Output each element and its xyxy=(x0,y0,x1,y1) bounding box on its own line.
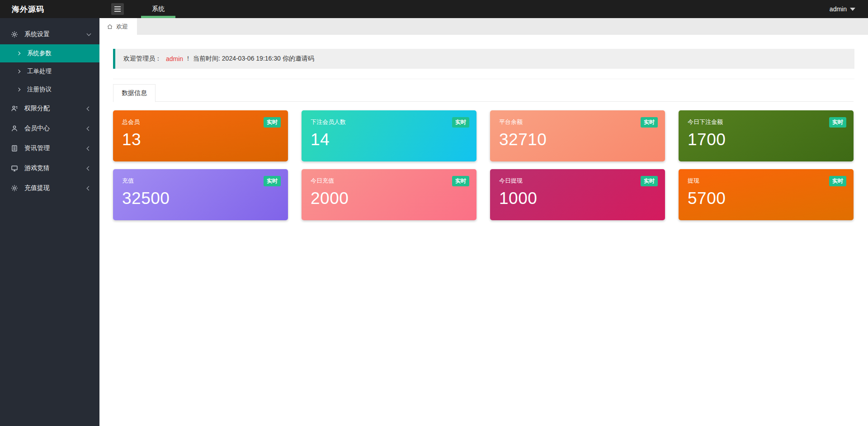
stat-card-recharge[interactable]: 充值 32500 实时 xyxy=(113,169,288,220)
tab-data-info[interactable]: 数据信息 xyxy=(113,84,156,102)
stat-card-value: 5700 xyxy=(688,189,846,208)
chevron-left-icon xyxy=(87,146,91,151)
sidebar-item-recharge-withdraw[interactable]: 充值提现 xyxy=(0,178,99,198)
stat-card-value: 32500 xyxy=(122,189,281,208)
app-logo: 海外源码 xyxy=(0,0,99,18)
realtime-badge: 实时 xyxy=(264,176,281,186)
top-bar: 海外源码 系统 admin xyxy=(0,0,868,18)
sidebar-subitem-system-params[interactable]: 系统参数 xyxy=(0,44,99,62)
tab-welcome[interactable]: 欢迎 xyxy=(99,18,137,35)
sidebar-subitem-work-orders[interactable]: 工单处理 xyxy=(0,62,99,80)
chevron-left-icon xyxy=(87,106,91,111)
stat-card-value: 14 xyxy=(311,130,469,149)
sidebar-subitem-register-agreement[interactable]: 注册协议 xyxy=(0,80,99,99)
stat-card-today-withdraw[interactable]: 今日提现 1000 实时 xyxy=(490,169,665,220)
stat-card-label: 平台余额 xyxy=(499,118,658,126)
stat-card-label: 总会员 xyxy=(122,118,281,126)
chevron-down-icon xyxy=(850,8,855,11)
welcome-username: admin xyxy=(166,55,183,62)
stat-card-today-bet-amount[interactable]: 今日下注金额 1700 实时 xyxy=(679,110,854,161)
gear-icon xyxy=(11,185,18,192)
chevron-down-icon xyxy=(87,32,91,36)
username-label: admin xyxy=(830,5,847,13)
stat-card-withdraw[interactable]: 提现 5700 实时 xyxy=(679,169,854,220)
nav-tab-system[interactable]: 系统 xyxy=(141,0,175,18)
stat-card-label: 今日提现 xyxy=(499,177,658,185)
sidebar-item-label: 会员中心 xyxy=(24,124,50,133)
realtime-badge: 实时 xyxy=(264,117,281,128)
sidebar: 系统设置 系统参数 工单处理 注册协议 权限分配 会员中心 xyxy=(0,18,99,426)
sidebar-subitem-label: 系统参数 xyxy=(27,49,52,57)
sidebar-item-permissions[interactable]: 权限分配 xyxy=(0,99,99,118)
data-panel-tabs: 数据信息 xyxy=(113,84,854,102)
welcome-alert: 欢迎管理员： admin ！ 当前时间: 2024-03-06 19:16:30… xyxy=(113,49,854,69)
nav-tab-active-underline xyxy=(141,16,175,18)
user-icon xyxy=(11,125,18,132)
stat-card-label: 下注会员人数 xyxy=(311,118,469,126)
stat-card-label: 提现 xyxy=(688,177,846,185)
stat-card-today-recharge[interactable]: 今日充值 2000 实时 xyxy=(302,169,476,220)
stat-card-label: 今日下注金额 xyxy=(688,118,846,126)
stat-card-value: 1700 xyxy=(688,130,846,149)
chevron-right-icon xyxy=(17,52,20,55)
sidebar-item-label: 资讯管理 xyxy=(24,144,50,152)
monitor-icon xyxy=(11,165,18,172)
chevron-left-icon xyxy=(87,166,91,170)
gear-icon xyxy=(11,31,18,38)
sidebar-subitem-label: 工单处理 xyxy=(27,67,52,76)
sidebar-item-system-settings[interactable]: 系统设置 xyxy=(0,24,99,44)
sidebar-item-label: 游戏竞猜 xyxy=(24,164,50,172)
welcome-panel: 欢迎管理员： admin ！ 当前时间: 2024-03-06 19:16:30… xyxy=(113,35,854,79)
user-menu[interactable]: admin xyxy=(830,0,868,18)
sidebar-subitem-label: 注册协议 xyxy=(27,85,52,94)
main-content: 欢迎管理员： admin ！ 当前时间: 2024-03-06 19:16:30… xyxy=(99,35,868,426)
sidebar-item-label: 权限分配 xyxy=(24,104,50,113)
page-tabstrip: 欢迎 xyxy=(99,18,868,35)
stat-card-label: 充值 xyxy=(122,177,281,185)
document-icon xyxy=(11,145,18,152)
sidebar-item-news-management[interactable]: 资讯管理 xyxy=(0,138,99,158)
stat-card-platform-balance[interactable]: 平台余额 32710 实时 xyxy=(490,110,665,161)
stat-card-value: 1000 xyxy=(499,189,658,208)
chevron-left-icon xyxy=(87,126,91,131)
tab-welcome-label: 欢迎 xyxy=(116,23,128,31)
stat-cards-grid: 总会员 13 实时 下注会员人数 14 实时 平台余额 32710 实时 今日下… xyxy=(113,110,854,220)
sidebar-item-game-betting[interactable]: 游戏竞猜 xyxy=(0,158,99,178)
sidebar-item-label: 充值提现 xyxy=(24,184,50,192)
nav-tab-label: 系统 xyxy=(152,5,165,13)
realtime-badge: 实时 xyxy=(452,117,469,128)
home-icon xyxy=(107,24,113,30)
welcome-prefix: 欢迎管理员： xyxy=(123,55,161,63)
sidebar-item-member-center[interactable]: 会员中心 xyxy=(0,118,99,138)
stat-card-label: 今日充值 xyxy=(311,177,469,185)
stat-card-betting-members[interactable]: 下注会员人数 14 实时 xyxy=(302,110,476,161)
chevron-left-icon xyxy=(87,186,91,190)
stat-card-total-members[interactable]: 总会员 13 实时 xyxy=(113,110,288,161)
stat-card-value: 2000 xyxy=(311,189,469,208)
welcome-suffix: ！ 当前时间: 2024-03-06 19:16:30 你的邀请码 xyxy=(185,55,314,63)
stat-card-value: 13 xyxy=(122,130,281,149)
realtime-badge: 实时 xyxy=(641,117,658,128)
realtime-badge: 实时 xyxy=(641,176,658,186)
user-permission-icon xyxy=(11,105,18,112)
chevron-right-icon xyxy=(17,70,20,73)
realtime-badge: 实时 xyxy=(829,117,846,128)
sidebar-item-label: 系统设置 xyxy=(24,30,50,38)
hamburger-menu-icon[interactable] xyxy=(111,3,124,15)
realtime-badge: 实时 xyxy=(452,176,469,186)
realtime-badge: 实时 xyxy=(829,176,846,186)
stat-card-value: 32710 xyxy=(499,130,658,149)
chevron-right-icon xyxy=(17,88,20,91)
